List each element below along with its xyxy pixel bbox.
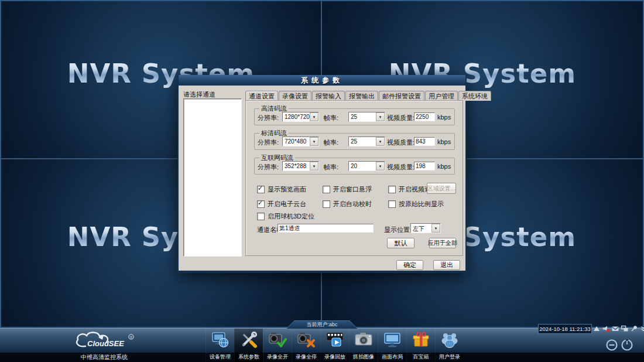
fps-label: 帧率: xyxy=(324,138,338,147)
taskbar-item-label: 录像回放 xyxy=(321,353,349,361)
sound-muted-icon[interactable] xyxy=(602,325,609,332)
check-icon: ✓ xyxy=(258,199,263,207)
taskbar: CloudSEE ® 中维高清监控系统 设备管理 xyxy=(0,328,644,362)
dropdown-arrow-icon[interactable]: ▼ xyxy=(376,137,385,146)
device-management-icon xyxy=(211,330,229,349)
dialog-body: 请选择通道 通道设置 录像设置 报警输入 报警输出 邮件报警设置 用户管理 系统… xyxy=(179,86,465,271)
camera-icon xyxy=(354,330,373,349)
exit-button[interactable]: 退出 xyxy=(433,260,460,270)
taskbar-item-label: 系统参数 xyxy=(235,353,263,361)
resolution-label: 分辨率: xyxy=(258,163,279,172)
collapse-chevrons-icon[interactable] xyxy=(640,325,644,332)
resolution-label: 分辨率: xyxy=(258,114,279,122)
hd-stream-group: 高清码流 分辨率: 1280*720 ▼ 帧率: 25 ▼ 视频质量: kbps xyxy=(254,108,455,125)
hd-fps-select[interactable]: 25 ▼ xyxy=(348,112,385,122)
taskbar-item-label: 百宝箱 xyxy=(407,353,435,361)
dropdown-arrow-icon[interactable]: ▼ xyxy=(431,224,440,233)
sd-quality-input[interactable] xyxy=(414,137,435,146)
resolution-label: 分辨率: xyxy=(258,138,279,147)
network-icon[interactable] xyxy=(621,325,628,332)
checkbox-dome-3d[interactable]: ✓ 启用球机3D定位 xyxy=(257,212,314,221)
checkbox-box: ✓ xyxy=(257,213,265,220)
hd-resolution-select[interactable]: 1280*720 ▼ xyxy=(282,112,319,122)
tab-alarm-input[interactable]: 报警输入 xyxy=(312,91,345,101)
position-select[interactable]: 左下 ▼ xyxy=(410,223,441,233)
check-icon: ✓ xyxy=(258,185,263,192)
channel-settings-page: 高清码流 分辨率: 1280*720 ▼ 帧率: 25 ▼ 视频质量: kbps… xyxy=(245,100,463,256)
checkbox-window-float[interactable]: ✓ 开启窗口悬浮 xyxy=(323,185,372,194)
registered-mark: ® xyxy=(130,336,133,339)
minimize-button[interactable] xyxy=(605,339,618,351)
taskbar-item-label: 录像全停 xyxy=(292,353,320,361)
dropdown-arrow-icon[interactable]: ▼ xyxy=(310,112,318,121)
region-settings-button[interactable]: 区域设置... xyxy=(427,183,456,194)
taskbar-item-system-params[interactable]: 系统参数 xyxy=(234,329,263,362)
current-user-tab: 当前用户:abc xyxy=(286,320,358,329)
alarm-icon[interactable] xyxy=(593,325,600,332)
pin-icon[interactable] xyxy=(631,325,638,332)
brand-block: CloudSEE ® 中维高清监控系统 xyxy=(64,329,144,362)
taskbar-item-user-login[interactable]: 用户登录 xyxy=(435,329,464,362)
sd-stream-group: 标清码流 分辨率: 720*480 ▼ 帧率: 25 ▼ 视频质量: kbps xyxy=(254,133,455,150)
power-button[interactable] xyxy=(621,339,633,351)
tray-icons xyxy=(593,325,644,332)
dropdown-arrow-icon[interactable]: ▼ xyxy=(376,162,385,170)
dialog-tabs: 通道设置 录像设置 报警输入 报警输出 邮件报警设置 用户管理 系统环境 xyxy=(245,91,492,101)
tab-channel-settings[interactable]: 通道设置 xyxy=(245,91,278,101)
checkbox-original-ratio[interactable]: ✓ 按原始比例显示 xyxy=(388,200,444,209)
channel-name-input[interactable] xyxy=(278,224,374,233)
tab-alarm-output[interactable]: 报警输出 xyxy=(345,91,378,101)
fps-label: 帧率: xyxy=(324,163,338,172)
checkbox-auto-time-sync[interactable]: ✓ 开启自动校时 xyxy=(323,200,372,209)
net-fps-select[interactable]: 20 ▼ xyxy=(348,161,385,171)
taskbar-item-device-management[interactable]: 设备管理 xyxy=(205,329,234,362)
checkbox-label: 开启窗口悬浮 xyxy=(333,185,372,194)
taskbar-item-record-all-on[interactable]: 录像全开 xyxy=(263,329,292,362)
taskbar-item-playback[interactable]: 录像回放 xyxy=(320,329,349,362)
tab-record-settings[interactable]: 录像设置 xyxy=(279,91,311,101)
taskbar-item-snapshot[interactable]: 抓拍图像 xyxy=(349,329,378,362)
tab-system-env[interactable]: 系统环境 xyxy=(458,91,491,101)
quality-label: 视频质量: xyxy=(387,138,415,147)
checkbox-box: ✓ xyxy=(257,186,265,193)
hd-quality-input[interactable] xyxy=(414,112,435,121)
channel-listbox[interactable] xyxy=(183,98,242,257)
channel-select-label: 请选择通道 xyxy=(183,90,215,99)
checkbox-show-preview[interactable]: ✓ 显示预览画面 xyxy=(257,185,306,194)
internet-stream-group: 互联网码流 分辨率: 352*288 ▼ 帧率: 20 ▼ 视频质量: kbps xyxy=(254,158,455,175)
position-label: 显示位置 xyxy=(384,226,410,234)
dropdown-arrow-icon[interactable]: ▼ xyxy=(310,162,318,170)
checkbox-label: 按原始比例显示 xyxy=(399,200,444,209)
mail-icon[interactable] xyxy=(612,325,619,332)
taskbar-item-toolbox[interactable]: 百宝箱 xyxy=(406,329,435,362)
dropdown-arrow-icon[interactable]: ▼ xyxy=(376,112,385,121)
clock-display: 2024-10-18 11:21:33 xyxy=(538,324,592,334)
net-resolution-select[interactable]: 352*288 ▼ xyxy=(282,161,319,171)
tab-mail-alarm[interactable]: 邮件报警设置 xyxy=(379,91,424,101)
wrench-screwdriver-icon xyxy=(239,330,258,349)
sd-resolution-select[interactable]: 720*480 ▼ xyxy=(282,136,319,146)
checkbox-box: ✓ xyxy=(323,200,330,208)
tab-user-management[interactable]: 用户管理 xyxy=(425,91,458,101)
apply-all-button[interactable]: 应用于全部 xyxy=(429,238,456,248)
taskbar-item-label: 用户登录 xyxy=(436,353,464,361)
gift-box-icon xyxy=(412,330,430,349)
default-button[interactable]: 默认 xyxy=(387,238,415,248)
taskbar-item-record-all-stop[interactable]: 录像全停 xyxy=(292,329,320,362)
taskbar-item-screen-layout[interactable]: 画面布局 xyxy=(378,329,406,362)
record-on-icon xyxy=(268,330,287,349)
net-quality-input[interactable] xyxy=(414,162,435,170)
quality-unit: kbps xyxy=(437,163,451,170)
quality-unit: kbps xyxy=(437,114,451,121)
sd-fps-select[interactable]: 25 ▼ xyxy=(348,136,385,146)
quality-unit: kbps xyxy=(437,138,451,145)
dropdown-arrow-icon[interactable]: ▼ xyxy=(310,137,318,146)
ok-button[interactable]: 确定 xyxy=(396,260,423,270)
taskbar-item-label: 设备管理 xyxy=(206,353,234,361)
users-icon xyxy=(440,330,459,349)
taskbar-item-label: 画面布局 xyxy=(378,353,406,361)
checkbox-electronic-ptz[interactable]: ✓ 开启电子云台 xyxy=(257,200,306,209)
record-stop-icon xyxy=(297,330,316,349)
system-params-dialog: 系统参数 请选择通道 通道设置 录像设置 报警输入 报警输出 邮件报警设置 用户… xyxy=(177,75,467,273)
monitor-icon xyxy=(383,330,402,349)
